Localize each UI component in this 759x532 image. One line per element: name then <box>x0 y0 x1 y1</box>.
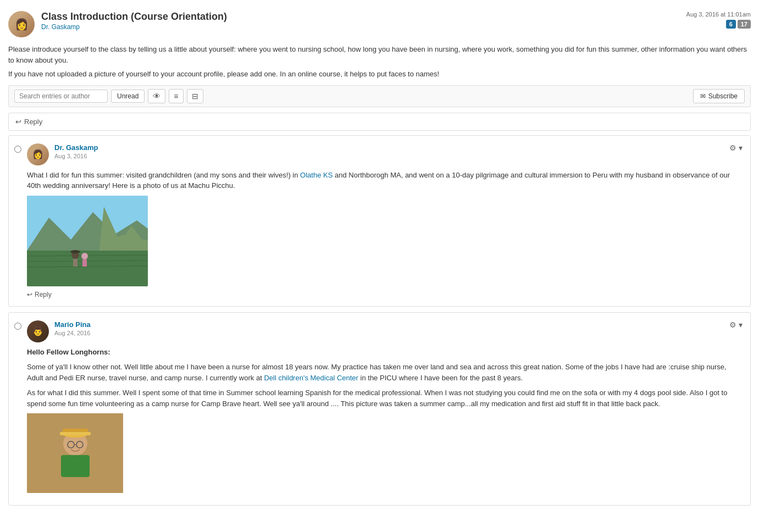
entry-date: Aug 24, 2016 <box>54 330 91 336</box>
reply-label: Reply <box>35 291 52 298</box>
badge-count1: 6 <box>726 20 736 29</box>
entry-reply-button[interactable]: ↩ Reply <box>27 291 52 298</box>
gear-button[interactable]: ⚙ ▾ <box>729 320 743 329</box>
entry-author-link[interactable]: Mario Pina <box>54 320 91 329</box>
entry-date: Aug 3, 2016 <box>54 153 98 159</box>
svg-rect-9 <box>73 259 77 267</box>
intro-line1: Please introduce yourself to the class b… <box>8 44 751 65</box>
svg-rect-19 <box>61 455 90 477</box>
entry-image-machu <box>27 196 148 286</box>
reply-icon: ↩ <box>27 291 32 298</box>
avatar: 👩 <box>8 11 35 37</box>
unread-button[interactable]: Unread <box>111 90 145 103</box>
reply-bar: ↩ Reply <box>8 113 751 131</box>
toolbar: Unread 👁 ≡ ⊟ ✉ Subscribe <box>8 85 751 107</box>
avatar: 👩 <box>27 143 49 165</box>
reply-icon: ↩ <box>15 118 21 126</box>
table-row: 👨 Mario Pina Aug 24, 2016 ⚙ ▾ Hello Fell… <box>8 312 751 506</box>
entry-author-link[interactable]: Dr. Gaskamp <box>54 143 98 152</box>
table-row: 👩 Dr. Gaskamp Aug 3, 2016 ⚙ ▾ What I did… <box>8 135 751 307</box>
reply-label: Reply <box>24 118 42 126</box>
subscribe-button[interactable]: ✉ Subscribe <box>693 89 745 103</box>
entry-greeting: Hello Fellow Longhorns: <box>27 347 743 358</box>
svg-rect-18 <box>60 432 91 435</box>
entries-list: 👩 Dr. Gaskamp Aug 3, 2016 ⚙ ▾ What I did… <box>8 135 751 506</box>
svg-rect-11 <box>82 259 87 267</box>
gear-button[interactable]: ⚙ ▾ <box>729 143 743 152</box>
subscribe-label: Subscribe <box>708 92 738 100</box>
view-toggle-button[interactable]: 👁 <box>148 89 165 103</box>
filter-button[interactable]: ⊟ <box>187 89 203 103</box>
post-date: Aug 3, 2016 at 11:01am <box>686 11 751 18</box>
svg-point-10 <box>81 253 88 259</box>
reply-button[interactable]: ↩ Reply <box>15 118 42 126</box>
entry-text-2: As for what I did this summer. Well I sp… <box>27 387 743 409</box>
badge-count2: 17 <box>738 20 751 29</box>
entry-image-mario <box>27 413 123 493</box>
entry-text-1: Some of ya'll I know other not. Well lit… <box>27 362 743 383</box>
entry-text: What I did for fun this summer: visited … <box>27 170 743 191</box>
avatar: 👨 <box>27 320 49 342</box>
post-badges: 6 17 <box>726 20 751 29</box>
intro-line2: If you have not uploaded a picture of yo… <box>8 69 751 80</box>
entry-radio-2[interactable] <box>14 323 21 330</box>
post-header: 👩 Class Introduction (Course Orientation… <box>8 5 751 42</box>
svg-point-12 <box>70 250 80 253</box>
sort-button[interactable]: ≡ <box>169 89 183 103</box>
post-author-link[interactable]: Dr. Gaskamp <box>41 23 80 31</box>
subscribe-icon: ✉ <box>700 92 706 100</box>
post-title: Class Introduction (Course Orientation) <box>41 11 227 23</box>
entry-radio-1[interactable] <box>14 146 21 153</box>
search-input[interactable] <box>14 90 108 103</box>
